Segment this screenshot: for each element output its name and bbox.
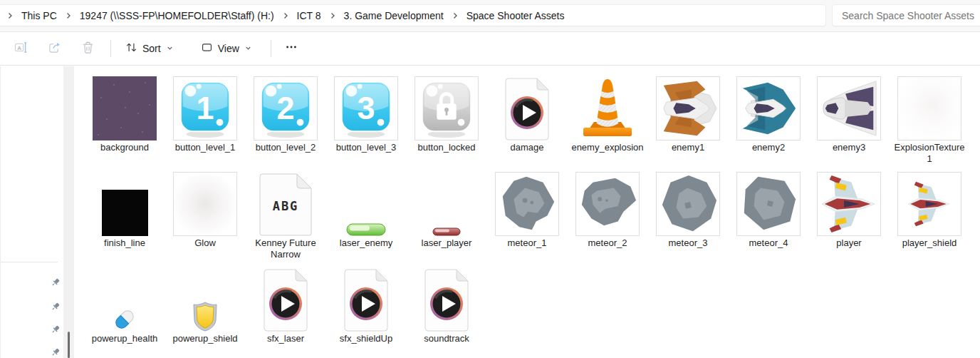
file-thumbnail [890,169,969,236]
sort-icon [125,41,137,56]
file-item[interactable]: enemy2 [729,73,808,153]
file-thumbnail [729,73,808,140]
file-label: powerup_health [88,333,162,344]
svg-text:2: 2 [276,90,294,126]
file-label: enemy_explosion [570,142,645,153]
command-toolbar: A [0,32,980,66]
pin-icon[interactable] [51,324,61,334]
search-box[interactable] [832,4,980,26]
file-item[interactable]: 3button_level_3 [326,73,406,153]
file-label: background [88,142,162,153]
pin-icon[interactable] [51,347,61,357]
file-item[interactable]: ExplosionTexture1 [890,73,969,165]
chevron-right-icon[interactable] [5,11,15,20]
pin-icon[interactable] [51,302,61,312]
file-item[interactable]: enemy3 [809,73,889,153]
file-item[interactable]: meteor_3 [648,169,728,249]
more-options-button[interactable] [277,36,306,61]
file-thumbnail [326,169,406,236]
toolbar-divider [110,40,111,57]
file-item[interactable]: 2button_level_2 [246,73,325,153]
file-item[interactable]: meteor_1 [487,169,567,249]
file-item[interactable]: enemy1 [648,73,728,153]
chevron-right-icon[interactable] [281,11,291,20]
svg-text:A: A [17,44,21,51]
share-icon [48,41,61,57]
file-label: button_locked [410,142,484,153]
svg-text:1: 1 [196,90,214,126]
chevron-down-icon [166,43,174,54]
file-item[interactable]: sfx_shieldUp [326,265,406,344]
file-label: player [812,237,886,249]
file-label: enemy2 [731,142,806,153]
sidebar-scrollbar-track[interactable] [63,66,74,358]
file-item[interactable]: background [85,73,165,153]
file-label: meteor_2 [570,237,645,249]
file-item[interactable]: ABGKenney Future Narrow [246,169,325,260]
file-thumbnail [809,73,889,140]
breadcrumb-item[interactable]: Space Shooter Assets [460,7,571,24]
chevron-right-icon[interactable] [63,11,73,20]
toolbar-divider [271,40,271,57]
breadcrumb[interactable]: This PC19247 (\\SSS-FP\HOMEFOLDER\Staff)… [0,4,826,26]
file-label: enemy3 [812,142,886,153]
chevron-right-icon[interactable] [450,11,460,20]
file-item[interactable]: powerup_shield [165,265,245,344]
file-thumbnail [407,73,486,140]
file-thumbnail: 2 [246,73,325,140]
file-item[interactable]: sfx_laser [246,265,325,344]
file-label: sfx_shieldUp [329,333,403,344]
scrollbar-thumb[interactable] [68,332,70,358]
file-thumbnail [407,169,486,236]
file-thumbnail [809,169,889,236]
file-thumbnail [246,265,325,332]
file-label: enemy1 [651,142,725,153]
file-item[interactable]: player [809,169,889,249]
file-item[interactable]: 1button_level_1 [165,73,245,153]
breadcrumb-item[interactable]: 3. Game Development [338,7,450,24]
view-icon [201,41,213,56]
search-input[interactable] [833,10,980,21]
share-button[interactable] [38,36,71,61]
file-label: finish_line [88,237,162,249]
file-thumbnail [165,169,245,236]
file-item[interactable]: powerup_health [85,265,165,344]
file-item[interactable]: button_locked [407,73,486,153]
file-item[interactable]: finish_line [85,169,165,249]
file-item[interactable]: meteor_4 [729,169,808,249]
file-label: powerup_shield [168,333,242,344]
file-item[interactable]: laser_player [407,169,486,249]
file-thumbnail [165,265,245,332]
file-thumbnail: ABG [246,169,325,236]
breadcrumb-item[interactable]: 19247 (\\SSS-FP\HOMEFOLDER\Staff) (H:) [73,7,281,24]
svg-text:3: 3 [357,90,375,126]
file-label: meteor_3 [651,237,725,249]
file-item[interactable]: meteor_2 [568,169,647,249]
view-button[interactable]: View [192,36,261,61]
file-item[interactable]: laser_enemy [326,169,406,249]
file-label: Kenney Future Narrow [249,237,323,260]
file-label: meteor_1 [490,237,564,249]
sort-button[interactable]: Sort [117,36,182,61]
address-toolbar: This PC19247 (\\SSS-FP\HOMEFOLDER\Staff)… [0,0,980,32]
pin-icon[interactable] [51,277,61,287]
file-thumbnail [487,73,567,140]
file-item[interactable]: enemy_explosion [568,73,647,153]
navigation-pane [0,66,63,358]
chevron-right-icon[interactable] [328,11,338,20]
file-thumbnail [729,169,808,236]
file-thumbnail [568,73,647,140]
delete-button[interactable] [71,36,105,61]
file-item[interactable]: damage [487,73,567,153]
breadcrumb-item[interactable]: This PC [15,7,63,24]
file-label: laser_enemy [329,237,403,249]
file-item[interactable]: player_shield [890,169,969,249]
svg-text:ABG: ABG [273,199,299,213]
file-item[interactable]: Glow [165,169,245,249]
sidebar-divider [1,262,58,262]
file-thumbnail [85,265,165,332]
file-item[interactable]: soundtrack [407,265,486,344]
file-label: meteor_4 [731,237,806,249]
breadcrumb-item[interactable]: ICT 8 [291,7,328,24]
rename-button[interactable]: A [4,36,38,61]
